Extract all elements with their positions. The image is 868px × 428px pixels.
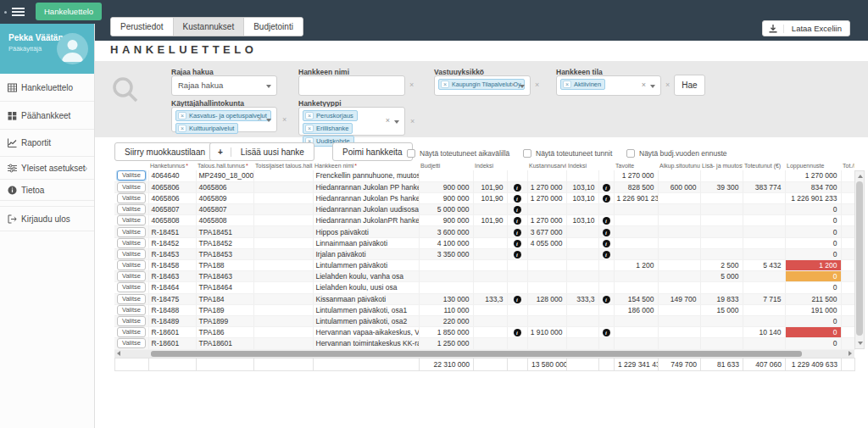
filter-chip[interactable]: ×Aktiivinen <box>560 79 605 90</box>
hankkeen-nimi-input[interactable] <box>298 75 405 96</box>
hanketyyppi-multiselect[interactable]: ×Peruskorjaus ×Erillishanke ×Uudiskohde … <box>298 107 405 136</box>
column-header-committed[interactable]: Alkup.sitoutunut <box>658 159 700 170</box>
chip-remove-icon[interactable]: × <box>305 125 314 132</box>
info-icon[interactable]: i <box>514 296 521 303</box>
clear-field-icon[interactable]: × <box>258 114 262 123</box>
select-row-button[interactable]: Valitse <box>117 193 146 203</box>
select-row-button[interactable]: Valitse <box>117 215 146 225</box>
column-header-actual[interactable]: Toteutunut (€) <box>743 159 785 170</box>
tab-budjetointi[interactable]: Budjetointi <box>244 18 303 36</box>
checkbox-show-actuals-range[interactable]: Näytä toteutuneet aikavälillä <box>407 149 509 158</box>
info-icon[interactable]: i <box>514 195 521 203</box>
tab-perustiedot[interactable]: Perustiedot <box>111 18 174 36</box>
add-project-button[interactable]: + Lisää uusi hanke <box>209 142 314 161</box>
select-row-button[interactable]: Valitse <box>117 305 146 315</box>
select-row-button[interactable]: Valitse <box>117 338 146 348</box>
filter-chip[interactable]: ×Kulttuuripalvelut <box>175 123 238 134</box>
column-header-sec[interactable]: Toissijaiset talous.hall.tunnuk <box>253 159 313 170</box>
checkbox-show-actual-hours[interactable]: Näytä toteutuneet tunnit <box>523 149 612 158</box>
remove-filter-icon[interactable]: × <box>535 81 539 89</box>
chip-remove-icon[interactable]: × <box>305 112 314 120</box>
column-header-id[interactable]: Hanketunnus* <box>148 159 196 170</box>
column-header-idx1[interactable]: Indeksi <box>473 159 507 170</box>
column-header-forecast[interactable]: Loppuennuste <box>785 159 841 170</box>
select-row-button[interactable]: Valitse <box>117 316 146 326</box>
sidebar-item-paahankkeet[interactable]: Päähankkeet <box>0 102 94 130</box>
sidebar-item-yleiset-asetukset[interactable]: Yleiset asetukset › <box>0 157 94 180</box>
column-header-tote[interactable]: Tot./E <box>841 159 854 170</box>
search-button[interactable]: Hae <box>674 75 705 96</box>
column-header-cost[interactable]: Kustannusarvio <box>527 159 566 170</box>
select-row-button[interactable]: Valitse <box>117 271 146 281</box>
sidebar-item-kirjaudu-ulos[interactable]: Kirjaudu ulos <box>0 206 94 231</box>
select-row-button[interactable]: Valitse <box>117 227 146 237</box>
sidebar-item-raportit[interactable]: Raportit <box>0 130 94 157</box>
select-row-button[interactable]: Valitse <box>117 204 146 214</box>
remove-filter-icon[interactable]: × <box>665 81 670 89</box>
scroll-up-icon[interactable] <box>858 175 863 178</box>
column-header-fin[interactable]: Talous.hall.tunnus* <box>196 159 253 170</box>
select-row-button[interactable]: Valitse <box>117 282 146 292</box>
select-row-button[interactable]: Valitse <box>117 260 146 270</box>
column-header-budget[interactable]: Budjetti <box>419 159 473 170</box>
remove-filter-icon[interactable]: × <box>410 117 415 125</box>
tab-kustannukset[interactable]: Kustannukset <box>174 18 245 36</box>
select-row-button[interactable]: Valitse <box>117 249 146 259</box>
info-icon[interactable]: i <box>603 184 610 192</box>
app-home-button[interactable]: Hankeluettelo <box>36 3 102 20</box>
info-icon[interactable]: i <box>514 184 521 192</box>
checkbox-icon[interactable] <box>523 149 531 158</box>
column-header-extra[interactable]: Lisä- ja muutostyöt <box>700 159 743 170</box>
vertical-scrollbar-thumb[interactable] <box>856 181 863 336</box>
column-header-name[interactable]: Hankkeen nimi* <box>313 159 419 170</box>
clear-field-icon[interactable]: × <box>386 116 390 125</box>
remove-filter-icon[interactable]: × <box>409 81 414 89</box>
hankkeen-tila-multiselect[interactable]: ×Aktiivinen × <box>556 75 661 96</box>
info-icon[interactable]: i <box>514 217 521 225</box>
info-icon[interactable]: i <box>603 195 610 203</box>
hamburger-menu-icon[interactable] <box>12 8 25 17</box>
select-row-button[interactable]: Valitse <box>117 238 146 248</box>
column-header-target[interactable]: Tavoite <box>614 159 658 170</box>
info-icon[interactable]: i <box>603 251 610 258</box>
select-row-button[interactable]: Valitse <box>117 294 146 304</box>
filter-chip[interactable]: ×Erillishanke <box>303 123 353 134</box>
horizontal-scrollbar[interactable] <box>114 350 854 358</box>
info-icon[interactable]: i <box>514 251 521 258</box>
select-row-button[interactable]: Valitse <box>117 170 146 181</box>
edit-mode-button[interactable]: Siirry muokkaustilaan <box>114 142 215 161</box>
chip-remove-icon[interactable]: × <box>441 81 449 88</box>
info-icon[interactable]: i <box>603 329 610 336</box>
scroll-down-icon[interactable] <box>858 342 863 345</box>
scroll-right-icon[interactable] <box>849 351 852 356</box>
select-row-button[interactable]: Valitse <box>117 327 146 337</box>
export-excel-button[interactable]: Lataa Exceliin <box>762 20 850 36</box>
info-icon[interactable]: i <box>603 217 610 225</box>
select-row-button[interactable]: Valitse <box>117 182 146 192</box>
scroll-left-icon[interactable] <box>117 351 120 356</box>
vertical-scrollbar[interactable] <box>854 170 865 349</box>
column-header-idx2[interactable]: Indeksi <box>566 159 598 170</box>
info-icon[interactable]: i <box>514 229 521 236</box>
clear-field-icon[interactable]: × <box>511 81 515 89</box>
avatar[interactable] <box>57 33 88 64</box>
info-icon[interactable]: i <box>603 296 610 303</box>
chip-remove-icon[interactable]: × <box>178 112 186 120</box>
pick-projects-button[interactable]: Poimi hankkeita <box>332 142 413 161</box>
horizontal-scrollbar-thumb[interactable] <box>151 351 802 357</box>
info-icon[interactable]: i <box>514 206 521 214</box>
clear-field-icon[interactable]: × <box>642 81 646 89</box>
sidebar-item-tietoa[interactable]: Tietoa <box>0 180 94 201</box>
remove-filter-icon[interactable]: × <box>282 115 287 124</box>
kayttajahallintokunta-multiselect[interactable]: ×Kasvatus- ja opetuspalvelut ×Kulttuurip… <box>171 107 277 132</box>
checkbox-icon[interactable] <box>407 149 415 158</box>
rajaa-hakua-select[interactable]: Rajaa hakua <box>171 75 277 96</box>
sidebar-item-hankeluettelo[interactable]: Hankeluettelo <box>0 74 94 102</box>
checkbox-icon[interactable] <box>626 149 635 158</box>
checkbox-show-budget-forecast[interactable]: Näytä budj.vuoden ennuste <box>626 149 727 158</box>
chip-remove-icon[interactable]: × <box>178 125 186 132</box>
info-icon[interactable]: i <box>603 240 610 247</box>
filter-chip[interactable]: ×Peruskorjaus <box>303 110 358 121</box>
vastuuyksikko-multiselect[interactable]: ×Kaupungin Tilapalvelut Oy × <box>434 75 531 96</box>
info-icon[interactable]: i <box>603 229 610 236</box>
